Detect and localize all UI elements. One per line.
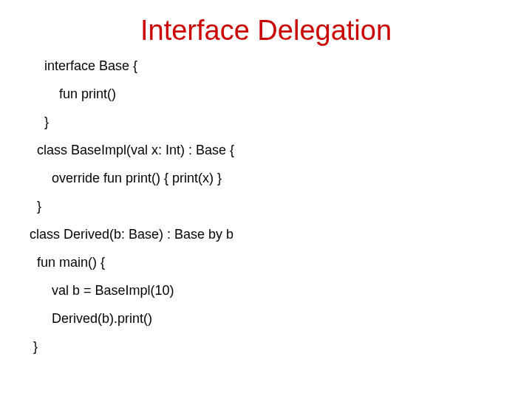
code-line: class BaseImpl(val x: Int) : Base { (37, 143, 234, 157)
code-line: interface Base { (44, 59, 234, 72)
code-line: } (33, 340, 234, 353)
code-line: fun main() { (37, 256, 234, 269)
code-line: val b = BaseImpl(10) (52, 284, 234, 297)
code-line: } (37, 200, 234, 213)
code-line: fun print() (59, 87, 234, 100)
code-line: } (44, 115, 234, 129)
code-line: Derived(b).print() (52, 312, 234, 325)
code-line: override fun print() { print(x) } (52, 171, 234, 185)
code-block: interface Base { fun print() } class Bas… (22, 59, 234, 368)
slide: Interface Delegation interface Base { fu… (0, 0, 532, 399)
code-line: class Derived(b: Base) : Base by b (30, 228, 234, 241)
slide-title: Interface Delegation (0, 15, 532, 47)
